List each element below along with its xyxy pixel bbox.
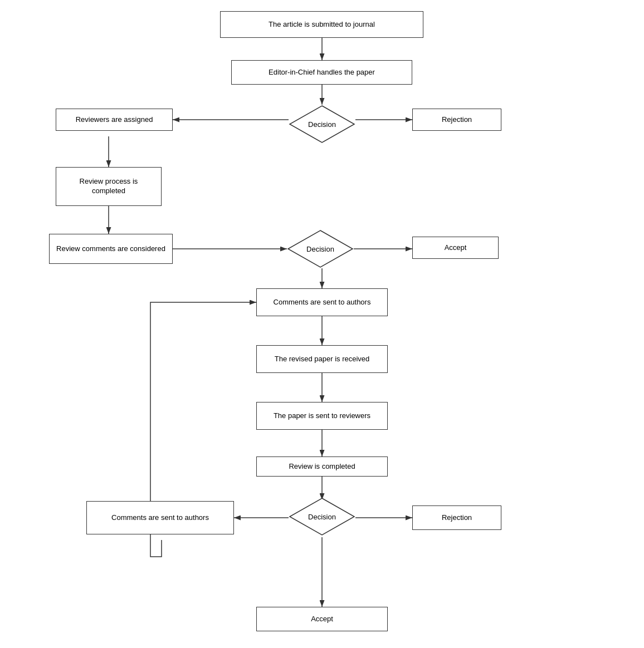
revised-received-box: The revised paper is received — [256, 345, 388, 373]
review-complete-box: Review process is completed — [56, 167, 162, 206]
editor-box: Editor-in-Chief handles the paper — [231, 60, 412, 85]
rejection1-box: Rejection — [412, 109, 501, 131]
review-complete2-box: Review is completed — [256, 456, 388, 477]
flowchart: The article is submitted to journal Edit… — [0, 0, 644, 648]
comments-sent2-box: Comments are sent to authors — [86, 501, 234, 534]
decision3-diamond: Decision — [289, 497, 355, 536]
submit-box: The article is submitted to journal — [220, 11, 423, 38]
decision1-diamond: Decision — [289, 105, 355, 144]
accept1-box: Accept — [412, 237, 499, 259]
comments-sent1-box: Comments are sent to authors — [256, 288, 388, 316]
rejection2-box: Rejection — [412, 505, 501, 530]
review-considered-box: Review comments are considered — [49, 234, 173, 264]
arrows-svg — [0, 0, 644, 648]
decision2-diamond: Decision — [287, 229, 354, 268]
accept2-box: Accept — [256, 607, 388, 631]
reviewers-assigned-box: Reviewers are assigned — [56, 109, 173, 131]
paper-sent-box: The paper is sent to reviewers — [256, 402, 388, 430]
